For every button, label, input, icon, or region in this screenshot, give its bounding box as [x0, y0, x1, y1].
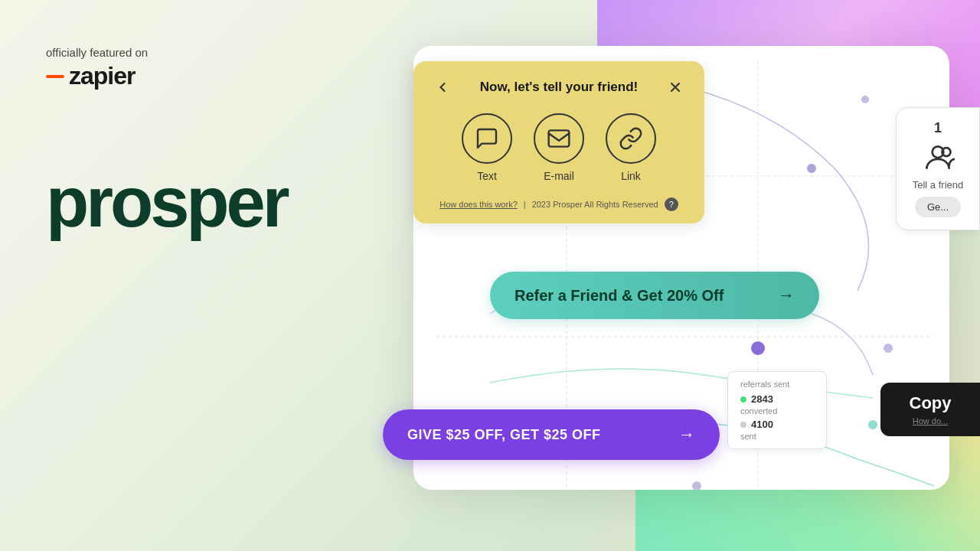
email-option-label: E-mail	[544, 170, 574, 182]
link-option-label: Link	[621, 170, 641, 182]
zapier-logo: zapier	[46, 62, 287, 90]
email-icon-circle	[534, 113, 584, 164]
text-option-label: Text	[477, 170, 497, 182]
dialog-header: Now, let's tell your friend!	[432, 77, 686, 98]
svg-point-7	[884, 344, 893, 353]
tell-friend-label: Tell a friend	[913, 179, 963, 191]
svg-point-9	[868, 420, 877, 429]
converted-dot	[740, 396, 746, 403]
give-get-text: GIVE $25 OFF, GET $25 OFF	[407, 427, 601, 443]
sent-value: 4100	[751, 419, 773, 430]
share-options: Text E-mail	[432, 113, 686, 182]
refer-arrow-icon: →	[778, 285, 795, 305]
converted-value: 2843	[751, 393, 773, 405]
how-does-this-work-link[interactable]: How does this work?	[439, 200, 518, 209]
dialog-title: Now, let's tell your friend!	[453, 80, 665, 95]
share-option-email[interactable]: E-mail	[534, 113, 584, 182]
dialog-back-button[interactable]	[432, 77, 453, 98]
zapier-wordmark: zapier	[69, 62, 135, 90]
zapier-badge: officially featured on zapier	[46, 46, 287, 90]
share-dialog: Now, let's tell your friend! Text	[413, 61, 704, 223]
text-icon-circle	[462, 113, 512, 164]
right-panel: Now, let's tell your friend! Text	[383, 46, 980, 520]
give-get-button[interactable]: GIVE $25 OFF, GET $25 OFF →	[383, 409, 720, 460]
sent-label: sent	[740, 432, 814, 441]
copy-card: Copy How do...	[880, 383, 980, 436]
tell-friend-number: 1	[934, 120, 942, 136]
dialog-close-button[interactable]	[665, 77, 686, 98]
tell-friend-icon	[921, 141, 955, 174]
svg-rect-10	[549, 130, 570, 146]
svg-point-5	[861, 96, 869, 103]
footer-copyright: 2023 Prosper All Rights Reserved	[532, 200, 658, 209]
svg-point-6	[751, 341, 765, 355]
stats-card: referrals sent 2843 converted 4100 sent	[727, 371, 827, 449]
left-panel: officially featured on zapier prosper	[46, 46, 287, 237]
svg-point-8	[692, 481, 701, 490]
sent-dot	[740, 422, 746, 428]
link-icon-circle	[606, 113, 656, 164]
converted-label: converted	[740, 406, 814, 416]
get-button[interactable]: Ge...	[915, 197, 961, 217]
dialog-footer: How does this work? | 2023 Prosper All R…	[432, 197, 686, 211]
zapier-dash-icon	[46, 75, 64, 78]
refer-button-text: Refer a Friend & Get 20% Off	[514, 287, 724, 305]
prosper-logo: prosper	[46, 167, 287, 237]
converted-stat-row: 2843	[740, 393, 814, 405]
copy-label: Copy	[910, 393, 952, 413]
footer-separator: |	[524, 200, 526, 209]
svg-point-4	[807, 164, 816, 173]
share-option-text[interactable]: Text	[462, 113, 512, 182]
stats-label: referrals sent	[740, 380, 814, 389]
refer-button[interactable]: Refer a Friend & Get 20% Off →	[490, 272, 819, 319]
give-get-arrow-icon: →	[678, 425, 695, 445]
copy-how-link[interactable]: How do...	[913, 416, 948, 425]
tell-friend-card: 1 Tell a friend Ge...	[896, 107, 980, 230]
featured-text: officially featured on	[46, 46, 287, 59]
share-option-link[interactable]: Link	[606, 113, 656, 182]
help-icon[interactable]: ?	[665, 197, 678, 211]
sent-stat-row: 4100	[740, 419, 814, 430]
